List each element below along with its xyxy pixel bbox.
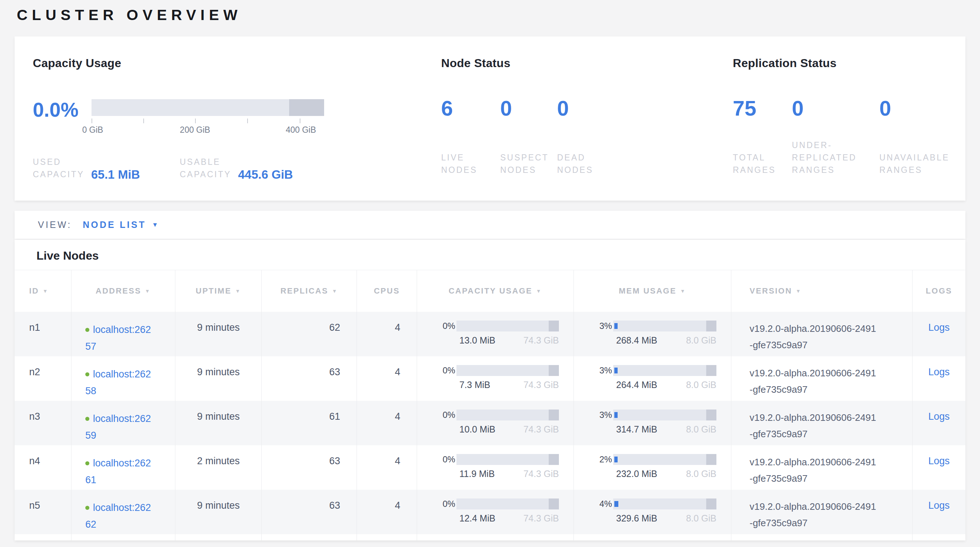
node-id-cell: n1 [14, 312, 72, 356]
version-text: v19.2.0-alpha.20190606-2491-gfe735c9a97 [749, 410, 879, 442]
node-address-cell: localhost:26262 [72, 490, 175, 534]
capacity-used-value: 11.9 MiB [460, 469, 495, 479]
column-header-replicas[interactable]: REPLICAS▼ [262, 270, 357, 312]
mem-total-value: 8.0 GiB [686, 513, 716, 524]
table-row: n2 localhost:26258 9 minutes 63 4 0% 7.3… [14, 356, 966, 401]
capacity-total-value: 74.3 GiB [523, 335, 559, 346]
capacity-percent: 0% [442, 454, 457, 464]
live-nodes-label: LIVE NODES [441, 151, 492, 176]
version-cell: v19.2.0-alpha.20190606-2491-gfe735c9a97 [731, 312, 913, 356]
capacity-usage-chart: 0.0% 0 GiB 200 GiB 400 GiB [33, 97, 361, 145]
node-status-section: Node Status 6 LIVE NODES 0 SUSPECT NODES… [441, 57, 725, 197]
replication-status-title: Replication Status [733, 57, 966, 70]
node-address-link[interactable]: localhost:26261 [85, 458, 151, 485]
capacity-bar-endcap [549, 321, 559, 331]
version-text: v19.2.0-alpha.20190606-2491-gfe735c9a97 [749, 321, 879, 353]
capacity-bar-endcap [549, 410, 559, 420]
column-header-uptime[interactable]: UPTIME▼ [175, 270, 262, 312]
uptime-cell: 9 minutes [175, 401, 262, 445]
capacity-total-value: 74.3 GiB [523, 513, 559, 524]
capacity-used-value: 12.4 MiB [460, 513, 495, 524]
logs-link[interactable]: Logs [928, 366, 950, 377]
version-cell: v19.2.0-alpha.20190606-2491-gfe735c9a97 [731, 445, 913, 490]
logs-link[interactable]: Logs [928, 455, 950, 466]
capacity-bar-endcap [549, 365, 559, 376]
version-cell: v19.2.0-alpha.20190606-2491-gfe735c9a97 [731, 401, 913, 445]
mem-usage-bar [613, 454, 716, 465]
replicas-cell: 61 [262, 401, 357, 445]
mem-percent: 3% [600, 410, 613, 420]
sort-arrow-icon: ▼ [680, 288, 686, 294]
capacity-usage-cell: 0% 11.9 MiB 74.3 GiB [417, 445, 574, 490]
dead-nodes-label: DEAD NODES [557, 151, 608, 176]
mem-usage-cell: 3% 264.4 MiB 8.0 GiB [574, 356, 731, 401]
logs-cell: Logs [913, 490, 966, 534]
node-id-cell: n3 [14, 401, 72, 445]
mem-used-value: 264.4 MiB [616, 380, 657, 390]
used-capacity-stat: USED CAPACITY 65.1 MiB [33, 156, 140, 181]
live-nodes-count: 6 [441, 97, 492, 119]
logs-link[interactable]: Logs [928, 500, 950, 511]
version-text: v19.2.0-alpha.20190606-2491-gfe735c9a97 [749, 454, 879, 487]
node-address-link[interactable]: localhost:26257 [85, 324, 151, 352]
capacity-axis-ticks [92, 119, 324, 124]
table-row: n1 localhost:26257 9 minutes 62 4 0% 13.… [14, 312, 966, 356]
capacity-usage-section: Capacity Usage 0.0% 0 GiB 200 GiB 400 Gi… [33, 57, 426, 197]
usable-capacity-value: 445.6 GiB [238, 168, 293, 181]
total-ranges-count: 75 [733, 97, 784, 119]
node-address-link[interactable]: localhost:26259 [85, 413, 151, 441]
node-address-link[interactable]: localhost:26262 [85, 502, 151, 530]
node-list-dropdown[interactable]: NODE LIST ▼ [83, 219, 160, 230]
capacity-total-value: 74.3 GiB [523, 380, 559, 390]
column-header-address[interactable]: ADDRESS▼ [72, 270, 175, 312]
axis-label-200gib: 200 GiB [180, 125, 210, 135]
mem-usage-cell: 4% 329.6 MiB 8.0 GiB [574, 490, 731, 534]
replicas-cell: 63 [262, 490, 357, 534]
unavailable-ranges-stat: 0 UNAVAILABLE RANGES [880, 97, 956, 176]
mem-bar-fill [614, 367, 617, 374]
capacity-usage-cell: 0% 7.3 MiB 74.3 GiB [417, 356, 574, 401]
capacity-bar-endcap [549, 454, 559, 465]
mem-bar-endcap [706, 454, 716, 465]
capacity-usage-title: Capacity Usage [33, 57, 426, 70]
node-id-cell: n4 [14, 445, 72, 490]
column-header-mem-usage[interactable]: MEM USAGE▼ [574, 270, 731, 312]
column-header-version[interactable]: VERSION▼ [731, 270, 913, 312]
mem-usage-bar [613, 321, 716, 331]
version-cell: v19.2.0-alpha.20190606-2491-gfe735c9a97 [731, 490, 913, 534]
capacity-percent: 0% [442, 499, 457, 509]
used-capacity-value: 65.1 MiB [91, 168, 140, 181]
suspect-nodes-stat: 0 SUSPECT NODES [500, 97, 551, 176]
dead-nodes-count: 0 [557, 97, 608, 119]
replicas-cell: 63 [262, 445, 357, 490]
uptime-cell: 9 minutes [175, 490, 262, 534]
capacity-percent: 0% [442, 321, 457, 331]
table-row: n3 localhost:26259 9 minutes 61 4 0% 10.… [14, 401, 966, 445]
node-address-cell: localhost:26258 [72, 356, 175, 401]
logs-cell: Logs [913, 401, 966, 445]
live-status-dot-icon [85, 417, 89, 421]
mem-total-value: 8.0 GiB [686, 380, 716, 390]
sort-arrow-icon: ▼ [332, 288, 337, 294]
logs-link[interactable]: Logs [928, 411, 950, 422]
column-header-id[interactable]: ID▼ [14, 270, 72, 312]
version-text: v19.2.0-alpha.20190606-2491-gfe735c9a97 [749, 365, 879, 398]
capacity-usage-bar [457, 410, 559, 420]
mem-usage-bar [613, 365, 716, 376]
node-address-link[interactable]: localhost:26258 [85, 369, 151, 396]
under-replicated-ranges-stat: 0 UNDER-REPLICATED RANGES [792, 97, 865, 176]
mem-bar-fill [614, 323, 617, 329]
uptime-cell: 9 minutes [175, 312, 262, 356]
live-status-dot-icon [85, 461, 89, 465]
live-nodes-table: ID▼ ADDRESS▼ UPTIME▼ REPLICAS▼ CPUS CAPA… [14, 270, 966, 541]
axis-label-400gib: 400 GiB [286, 125, 316, 135]
capacity-total-value: 74.3 GiB [523, 469, 559, 479]
logs-link[interactable]: Logs [928, 322, 950, 333]
capacity-percent: 0% [442, 366, 457, 375]
unavailable-count: 0 [880, 97, 956, 119]
mem-usage-bar [613, 498, 716, 509]
logs-cell: Logs [913, 356, 966, 401]
column-header-capacity-usage[interactable]: CAPACITY USAGE▼ [417, 270, 574, 312]
sort-arrow-icon: ▼ [536, 288, 542, 294]
view-selector-bar: VIEW: NODE LIST ▼ [14, 211, 966, 239]
